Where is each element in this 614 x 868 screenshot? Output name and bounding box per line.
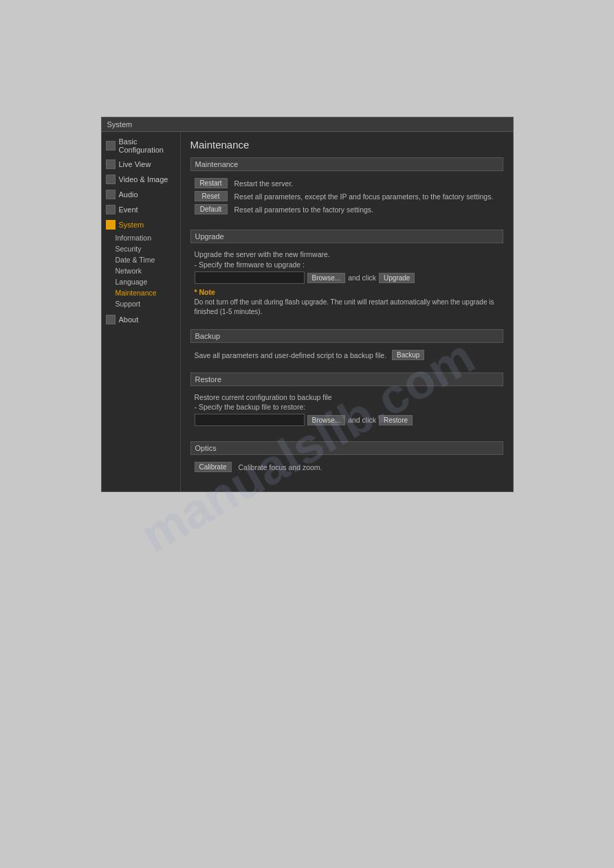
note-label: * Note (195, 288, 499, 296)
sidebar-sub-network[interactable]: Network (102, 265, 180, 276)
sidebar-icon-live-view (106, 159, 116, 169)
restore-file-input[interactable] (195, 414, 305, 426)
backup-button[interactable]: Backup (392, 350, 424, 360)
restore-and-click: and click (348, 416, 376, 424)
sidebar-icon-system (106, 220, 116, 230)
restart-desc: Restart the server. (234, 179, 294, 188)
calibrate-button[interactable]: Calibrate (195, 462, 232, 472)
section-body-maintenance: Restart Restart the server. Reset Reset … (190, 175, 503, 220)
sidebar-item-video-image[interactable]: Video & Image (102, 172, 180, 187)
main-content: Maintenance Maintenance Restart Restart … (181, 132, 513, 491)
sidebar-sub-language[interactable]: Language (102, 276, 180, 287)
section-upgrade: Upgrade Upgrade the server with the new … (190, 230, 503, 320)
restore-text2: - Specify the backup file to restore: (195, 403, 499, 411)
default-desc: Reset all parameters to the factory sett… (234, 205, 374, 214)
sidebar-sub-date-time[interactable]: Date & Time (102, 254, 180, 265)
backup-row: Save all parameters and user-defined scr… (195, 350, 499, 360)
maint-row-reset: Reset Reset all parameters, except the I… (195, 191, 499, 201)
maint-row-default: Default Reset all parameters to the fact… (195, 204, 499, 214)
sidebar-sub-security[interactable]: Security (102, 243, 180, 254)
note-text: Do not turn off the unit during flash up… (195, 298, 499, 317)
window-body: Basic Configuration Live View Video & Im… (102, 132, 513, 491)
upgrade-text1: Upgrade the server with the new firmware… (195, 250, 499, 258)
sidebar-sub-support[interactable]: Support (102, 298, 180, 309)
upgrade-browse-button[interactable]: Browse... (307, 273, 346, 283)
section-header-maintenance: Maintenance (190, 157, 503, 171)
section-body-restore: Restore current configuration to backup … (190, 390, 503, 432)
restore-browse-button[interactable]: Browse... (307, 415, 346, 425)
upgrade-and-click: and click (348, 274, 376, 282)
maint-row-restart: Restart Restart the server. (195, 178, 499, 188)
upgrade-file-input[interactable] (195, 271, 305, 284)
section-optics: Optics Calibrate Calibrate focus and zoo… (190, 441, 503, 475)
sidebar-icon-audio (106, 190, 116, 199)
sidebar-sub-information[interactable]: Information (102, 232, 180, 243)
backup-desc: Save all parameters and user-defined scr… (195, 351, 387, 359)
optics-row: Calibrate Calibrate focus and zoom. (195, 462, 499, 472)
section-header-restore: Restore (190, 372, 503, 386)
section-backup: Backup Save all parameters and user-defi… (190, 329, 503, 363)
section-header-optics: Optics (190, 441, 503, 455)
upgrade-file-row: Browse... and click Upgrade (195, 271, 499, 284)
sidebar: Basic Configuration Live View Video & Im… (102, 132, 181, 491)
section-restore: Restore Restore current configuration to… (190, 372, 503, 432)
restore-file-row: Browse... and click Restore (195, 414, 499, 426)
titlebar: System (102, 118, 513, 132)
restart-button[interactable]: Restart (195, 178, 228, 188)
reset-button[interactable]: Reset (195, 191, 228, 201)
restore-text1: Restore current configuration to backup … (195, 393, 499, 401)
sidebar-item-live-view[interactable]: Live View (102, 157, 180, 172)
section-header-upgrade: Upgrade (190, 230, 503, 243)
section-maintenance: Maintenance Restart Restart the server. … (190, 157, 503, 220)
sidebar-item-event[interactable]: Event (102, 202, 180, 217)
application-window: System Basic Configuration Live View Vid… (101, 117, 514, 492)
window-title: System (107, 120, 133, 129)
optics-desc: Calibrate focus and zoom. (239, 463, 322, 471)
section-header-backup: Backup (190, 329, 503, 343)
sidebar-item-system[interactable]: System (102, 217, 180, 232)
sidebar-icon-video-image (106, 175, 116, 184)
section-body-optics: Calibrate Calibrate focus and zoom. (190, 459, 503, 475)
default-button[interactable]: Default (195, 204, 228, 214)
sidebar-icon-event (106, 205, 116, 214)
sidebar-item-audio[interactable]: Audio (102, 187, 180, 202)
page-title: Maintenance (190, 139, 503, 151)
note-box: * Note Do not turn off the unit during f… (195, 288, 499, 317)
section-body-backup: Save all parameters and user-defined scr… (190, 347, 503, 363)
sidebar-sub-maintenance[interactable]: Maintenance (102, 287, 180, 298)
restore-button[interactable]: Restore (379, 415, 413, 425)
sidebar-icon-about (106, 315, 116, 324)
sidebar-item-basic-config[interactable]: Basic Configuration (102, 135, 180, 157)
sidebar-icon-basic-config (106, 141, 116, 151)
sidebar-item-about[interactable]: About (102, 312, 180, 327)
reset-desc: Reset all parameters, except the IP and … (234, 192, 494, 201)
section-body-upgrade: Upgrade the server with the new firmware… (190, 247, 503, 320)
upgrade-text2: - Specify the firmware to upgrade : (195, 260, 499, 269)
upgrade-button[interactable]: Upgrade (379, 273, 415, 283)
